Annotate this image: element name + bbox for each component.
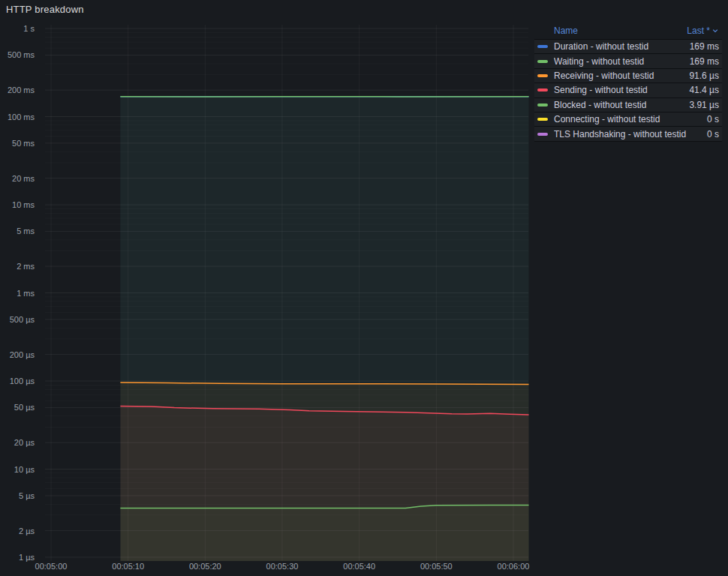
y-tick-label: 5 ms bbox=[17, 226, 35, 236]
x-tick-label: 00:05:20 bbox=[189, 562, 221, 571]
x-axis-labels: 00:05:0000:05:1000:05:2000:05:3000:05:40… bbox=[35, 562, 530, 571]
series-color-swatch[interactable] bbox=[537, 133, 548, 136]
x-tick-label: 00:06:00 bbox=[498, 562, 530, 571]
legend-row[interactable]: TLS Handshaking - without testid0 s bbox=[534, 126, 722, 141]
legend-sort-last-label: Last * bbox=[687, 26, 710, 36]
series-color-swatch[interactable] bbox=[537, 118, 548, 121]
series-last-value: 0 s bbox=[707, 129, 719, 140]
y-tick-label: 1 ms bbox=[17, 289, 35, 298]
legend-row[interactable]: Blocked - without testid3.91 µs bbox=[534, 98, 722, 112]
legend-sort-name[interactable]: Name bbox=[554, 26, 578, 36]
x-tick-label: 00:05:50 bbox=[420, 562, 453, 571]
series-name: Connecting - without testid bbox=[554, 114, 701, 124]
chevron-down-icon bbox=[711, 27, 719, 34]
x-tick-label: 00:05:40 bbox=[343, 562, 375, 571]
y-tick-label: 10 µs bbox=[14, 465, 35, 474]
x-tick-label: 00:05:10 bbox=[112, 562, 144, 571]
y-tick-label: 500 µs bbox=[10, 315, 35, 324]
y-tick-label: 20 µs bbox=[14, 438, 35, 447]
legend-row[interactable]: Connecting - without testid0 s bbox=[534, 112, 722, 126]
y-tick-label: 2 µs bbox=[19, 526, 35, 536]
series-name: Sending - without testid bbox=[554, 85, 683, 95]
series-last-value: 169 ms bbox=[690, 41, 719, 52]
y-tick-label: 1 µs bbox=[19, 553, 35, 562]
legend-row[interactable]: Duration - without testid169 ms bbox=[534, 39, 722, 53]
y-tick-label: 20 ms bbox=[12, 174, 35, 183]
series-last-value: 41.4 µs bbox=[689, 85, 719, 95]
legend-header: Name Last * bbox=[534, 24, 722, 39]
series-last-value: 91.6 µs bbox=[689, 70, 719, 81]
series-color-swatch[interactable] bbox=[537, 74, 548, 77]
series-color-swatch[interactable] bbox=[537, 60, 548, 63]
y-tick-label: 5 µs bbox=[19, 491, 35, 500]
legend-table: Name Last * Duration - without testid169… bbox=[534, 24, 722, 142]
y-tick-label: 200 ms bbox=[8, 86, 35, 94]
legend-sort-last[interactable]: Last * bbox=[687, 26, 719, 36]
series-name: Waiting - without testid bbox=[554, 56, 684, 67]
y-tick-label: 100 µs bbox=[10, 376, 35, 386]
legend-row[interactable]: Receiving - without testid91.6 µs bbox=[534, 68, 722, 82]
series-name: TLS Handshaking - without testid bbox=[554, 129, 701, 140]
series-color-swatch[interactable] bbox=[537, 45, 548, 48]
x-tick-label: 00:05:30 bbox=[266, 562, 299, 571]
y-tick-label: 200 µs bbox=[10, 350, 35, 359]
series-blocked bbox=[120, 505, 528, 561]
series-color-swatch[interactable] bbox=[537, 88, 548, 92]
x-tick-label: 00:05:00 bbox=[35, 562, 68, 571]
y-tick-label: 500 ms bbox=[8, 50, 35, 59]
y-tick-label: 1 s bbox=[23, 24, 35, 33]
y-tick-label: 10 ms bbox=[12, 200, 35, 209]
series-last-value: 0 s bbox=[707, 114, 719, 124]
series-last-value: 3.91 µs bbox=[689, 100, 719, 110]
y-tick-label: 2 ms bbox=[17, 262, 35, 271]
series-last-value: 169 ms bbox=[690, 56, 719, 67]
series-name: Blocked - without testid bbox=[554, 100, 683, 110]
legend-rows: Duration - without testid169 msWaiting -… bbox=[534, 39, 722, 142]
y-tick-label: 100 ms bbox=[8, 112, 35, 122]
legend-row[interactable]: Sending - without testid41.4 µs bbox=[534, 82, 722, 97]
series-name: Receiving - without testid bbox=[554, 70, 683, 81]
y-axis-labels: 1 s500 ms200 ms100 ms50 ms20 ms10 ms5 ms… bbox=[8, 24, 35, 562]
y-tick-label: 50 ms bbox=[12, 139, 35, 148]
series-color-swatch[interactable] bbox=[537, 104, 548, 106]
series-name: Duration - without testid bbox=[554, 41, 684, 52]
legend-row[interactable]: Waiting - without testid169 ms bbox=[534, 53, 722, 68]
y-tick-label: 50 µs bbox=[14, 403, 35, 412]
